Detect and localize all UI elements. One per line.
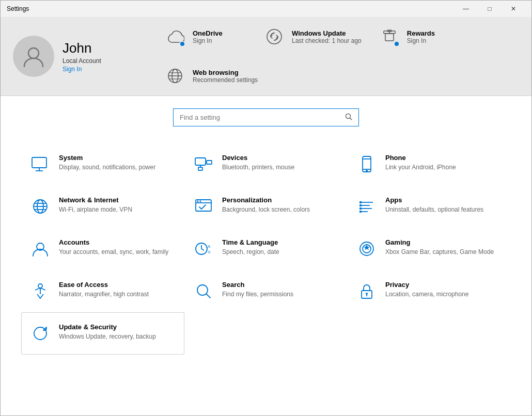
minimize-button[interactable]: — [454, 1, 478, 17]
svg-rect-12 [32, 157, 46, 168]
phone-icon [356, 154, 377, 174]
update-title: Update & Security [59, 323, 156, 331]
web-browsing-text: Web browsing Recommended settings [193, 69, 258, 84]
rewards-sub: Sign In [407, 37, 435, 44]
settings-item-accounts[interactable]: Accounts Your accounts, email, sync, wor… [21, 228, 184, 270]
svg-point-48 [38, 284, 42, 288]
privacy-icon [356, 281, 377, 301]
personalization-text: Personalization Background, lock screen,… [222, 196, 310, 214]
svg-rect-15 [195, 158, 206, 165]
ease-icon [30, 281, 51, 301]
app-title: Settings [7, 5, 29, 12]
windows-update-name: Windows Update [292, 29, 362, 37]
system-desc: Display, sound, notifications, power [59, 163, 155, 172]
devices-desc: Bluetooth, printers, mouse [222, 163, 294, 172]
service-web-browsing[interactable]: Web browsing Recommended settings [164, 65, 258, 87]
apps-icon [356, 196, 377, 217]
svg-point-31 [200, 201, 201, 202]
onedrive-sub: Sign In [193, 37, 223, 44]
service-rewards[interactable]: Rewards Sign In [378, 25, 461, 48]
close-button[interactable]: ✕ [502, 1, 525, 17]
apps-title: Apps [385, 196, 483, 204]
svg-rect-16 [207, 161, 212, 164]
rewards-text: Rewards Sign In [407, 29, 435, 44]
system-title: System [59, 154, 155, 162]
gaming-icon [356, 238, 377, 259]
time-title: Time & Language [222, 238, 279, 246]
accounts-title: Accounts [59, 238, 168, 246]
svg-point-1 [267, 29, 281, 44]
search-text: Search Find my files, permissions [222, 281, 293, 299]
time-icon: A あ [193, 238, 214, 259]
svg-rect-38 [359, 207, 362, 210]
settings-item-phone[interactable]: Phone Link your Android, iPhone [348, 143, 511, 185]
windows-update-icon-wrap [263, 25, 286, 48]
settings-item-search[interactable]: Search Find my files, permissions [184, 270, 348, 312]
title-bar: Settings — □ ✕ [1, 1, 531, 17]
ease-text: Ease of Access Narrator, magnifier, high… [59, 281, 149, 299]
devices-text: Devices Bluetooth, printers, mouse [222, 154, 294, 172]
onedrive-dot [179, 41, 185, 47]
rewards-icon-wrap [378, 25, 401, 48]
settings-item-personalization[interactable]: Personalization Background, lock screen,… [184, 185, 348, 228]
svg-point-22 [366, 170, 367, 171]
privacy-title: Privacy [385, 281, 468, 289]
svg-point-0 [28, 48, 39, 58]
svg-line-43 [201, 249, 204, 250]
svg-rect-3 [385, 34, 394, 41]
network-title: Network & Internet [59, 196, 132, 204]
personalization-title: Personalization [222, 196, 310, 204]
time-desc: Speech, region, date [222, 248, 279, 257]
windows-update-text: Windows Update Last checked: 1 hour ago [292, 29, 362, 44]
settings-item-ease[interactable]: Ease of Access Narrator, magnifier, high… [21, 270, 184, 312]
service-windows-update[interactable]: Windows Update Last checked: 1 hour ago [263, 25, 362, 48]
user-block: John Local Account Sign In [13, 36, 147, 77]
rewards-dot [394, 41, 400, 47]
rewards-name: Rewards [407, 29, 435, 37]
settings-item-gaming[interactable]: Gaming Xbox Game Bar, captures, Game Mod… [348, 228, 511, 270]
web-browsing-sub: Recommended settings [193, 76, 258, 84]
settings-grid: System Display, sound, notifications, po… [21, 143, 511, 355]
avatar [13, 36, 54, 77]
header-services: OneDrive Sign In Windows Update Last che… [164, 25, 519, 87]
main-content: System Display, sound, notifications, po… [1, 96, 531, 416]
svg-text:あ: あ [208, 250, 211, 254]
svg-rect-36 [359, 201, 362, 203]
devices-title: Devices [222, 154, 294, 162]
user-info: John Local Account Sign In [62, 40, 101, 73]
settings-item-devices[interactable]: Devices Bluetooth, printers, mouse [184, 143, 348, 185]
user-signin-link[interactable]: Sign In [62, 66, 101, 73]
service-onedrive[interactable]: OneDrive Sign In [164, 25, 246, 48]
search-bar [173, 108, 359, 126]
settings-item-system[interactable]: System Display, sound, notifications, po… [21, 143, 184, 185]
personalization-desc: Background, lock screen, colors [222, 205, 310, 214]
search-button[interactable] [339, 109, 358, 126]
accounts-desc: Your accounts, email, sync, work, family [59, 248, 168, 257]
search-title: Search [222, 281, 293, 289]
system-text: System Display, sound, notifications, po… [59, 154, 155, 172]
phone-desc: Link your Android, iPhone [385, 163, 456, 172]
search-bar-wrap [21, 108, 511, 126]
network-desc: Wi-Fi, airplane mode, VPN [59, 205, 132, 214]
web-browsing-name: Web browsing [193, 69, 258, 76]
settings-item-apps[interactable]: Apps Uninstall, defaults, optional featu… [348, 185, 511, 228]
user-account-type: Local Account [62, 57, 101, 65]
phone-text: Phone Link your Android, iPhone [385, 154, 456, 172]
apps-text: Apps Uninstall, defaults, optional featu… [385, 196, 483, 214]
settings-item-update[interactable]: Update & Security Windows Update, recove… [21, 312, 184, 355]
apps-desc: Uninstall, defaults, optional features [385, 205, 483, 214]
svg-text:A: A [208, 244, 211, 249]
gaming-desc: Xbox Game Bar, captures, Game Mode [385, 248, 494, 257]
user-name: John [62, 40, 101, 56]
settings-item-privacy[interactable]: Privacy Location, camera, microphone [348, 270, 511, 312]
maximize-button[interactable]: □ [478, 1, 502, 17]
settings-item-time[interactable]: A あ Time & Language Speech, region, date [184, 228, 348, 270]
update-text: Update & Security Windows Update, recove… [59, 323, 156, 341]
system-icon [30, 154, 51, 174]
settings-item-network[interactable]: Network & Internet Wi-Fi, airplane mode,… [21, 185, 184, 228]
windows-update-sub: Last checked: 1 hour ago [292, 37, 362, 44]
search-input[interactable] [174, 109, 339, 125]
network-text: Network & Internet Wi-Fi, airplane mode,… [59, 196, 132, 214]
gaming-title: Gaming [385, 238, 494, 246]
update-icon [30, 323, 51, 344]
